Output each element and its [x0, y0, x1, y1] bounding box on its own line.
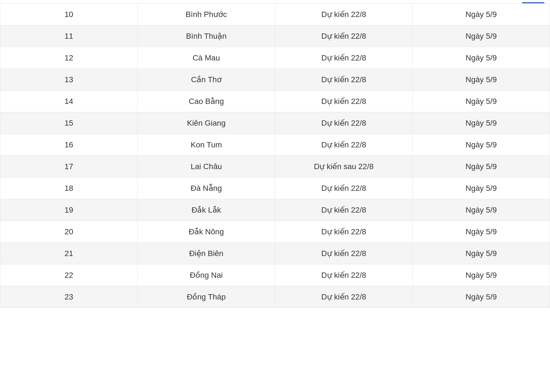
cell-tinh: Đồng Nai [138, 264, 275, 286]
cell-du-kien: Dự kiến 22/8 [275, 243, 413, 264]
cell-stt: 13 [0, 69, 138, 91]
cell-ngay: Ngày 5/9 [413, 221, 550, 243]
cell-ngay: Ngày 5/9 [413, 264, 550, 286]
table-row: 11Bình ThuậnDự kiến 22/8Ngày 5/9 [0, 25, 550, 47]
cell-du-kien: Dự kiến sau 22/8 [275, 156, 413, 177]
cell-du-kien: Dự kiến 22/8 [275, 112, 413, 134]
cell-stt: 10 [0, 4, 138, 25]
cell-tinh: Bình Phước [138, 4, 275, 25]
cell-tinh: Cần Thơ [138, 69, 275, 91]
table-container: 10Bình PhướcDự kiến 22/8Ngày 5/911Bình T… [0, 3, 550, 308]
scroll-indicator [522, 2, 544, 3]
table-row: 23Đồng ThápDự kiến 22/8Ngày 5/9 [0, 286, 550, 308]
cell-ngay: Ngày 5/9 [413, 243, 550, 264]
scroll-indicator-bar [0, 0, 550, 3]
cell-du-kien: Dự kiến 22/8 [275, 134, 413, 156]
table-row: 13Cần ThơDự kiến 22/8Ngày 5/9 [0, 69, 550, 91]
cell-ngay: Ngày 5/9 [413, 4, 550, 25]
cell-ngay: Ngày 5/9 [413, 69, 550, 91]
cell-tinh: Cao Bằng [138, 91, 275, 112]
table-row: 14Cao BằngDự kiến 22/8Ngày 5/9 [0, 91, 550, 112]
cell-ngay: Ngày 5/9 [413, 25, 550, 47]
cell-ngay: Ngày 5/9 [413, 91, 550, 112]
cell-du-kien: Dự kiến 22/8 [275, 69, 413, 91]
table-row: 17Lai ChâuDự kiến sau 22/8Ngày 5/9 [0, 156, 550, 177]
table-row: 18Đà NẵngDự kiến 22/8Ngày 5/9 [0, 177, 550, 199]
cell-du-kien: Dự kiến 22/8 [275, 177, 413, 199]
cell-stt: 11 [0, 25, 138, 47]
cell-tinh: Bình Thuận [138, 25, 275, 47]
cell-stt: 20 [0, 221, 138, 243]
cell-tinh: Lai Châu [138, 156, 275, 177]
cell-tinh: Đồng Tháp [138, 286, 275, 308]
cell-tinh: Đà Nẵng [138, 177, 275, 199]
cell-du-kien: Dự kiến 22/8 [275, 91, 413, 112]
cell-ngay: Ngày 5/9 [413, 199, 550, 221]
cell-stt: 16 [0, 134, 138, 156]
table-row: 21Điện BiênDự kiến 22/8Ngày 5/9 [0, 243, 550, 264]
data-table: 10Bình PhướcDự kiến 22/8Ngày 5/911Bình T… [0, 3, 550, 308]
cell-du-kien: Dự kiến 22/8 [275, 286, 413, 308]
table-row: 16Kon TumDự kiến 22/8Ngày 5/9 [0, 134, 550, 156]
table-row: 20Đắk NôngDự kiến 22/8Ngày 5/9 [0, 221, 550, 243]
cell-tinh: Kiên Giang [138, 112, 275, 134]
cell-stt: 12 [0, 47, 138, 69]
cell-stt: 17 [0, 156, 138, 177]
cell-du-kien: Dự kiến 22/8 [275, 264, 413, 286]
cell-tinh: Đắk Lắk [138, 199, 275, 221]
cell-ngay: Ngày 5/9 [413, 112, 550, 134]
cell-du-kien: Dự kiến 22/8 [275, 47, 413, 69]
table-row: 12Cà MauDự kiến 22/8Ngày 5/9 [0, 47, 550, 69]
cell-stt: 14 [0, 91, 138, 112]
cell-du-kien: Dự kiến 22/8 [275, 221, 413, 243]
cell-stt: 22 [0, 264, 138, 286]
cell-tinh: Kon Tum [138, 134, 275, 156]
cell-ngay: Ngày 5/9 [413, 156, 550, 177]
table-row: 19Đắk LắkDự kiến 22/8Ngày 5/9 [0, 199, 550, 221]
cell-du-kien: Dự kiến 22/8 [275, 25, 413, 47]
cell-tinh: Điện Biên [138, 243, 275, 264]
cell-stt: 15 [0, 112, 138, 134]
cell-ngay: Ngày 5/9 [413, 286, 550, 308]
cell-tinh: Cà Mau [138, 47, 275, 69]
cell-tinh: Đắk Nông [138, 221, 275, 243]
cell-du-kien: Dự kiến 22/8 [275, 4, 413, 25]
cell-ngay: Ngày 5/9 [413, 47, 550, 69]
cell-stt: 21 [0, 243, 138, 264]
cell-stt: 23 [0, 286, 138, 308]
cell-du-kien: Dự kiến 22/8 [275, 199, 413, 221]
table-row: 22Đồng NaiDự kiến 22/8Ngày 5/9 [0, 264, 550, 286]
table-row: 10Bình PhướcDự kiến 22/8Ngày 5/9 [0, 4, 550, 25]
table-row: 15Kiên GiangDự kiến 22/8Ngày 5/9 [0, 112, 550, 134]
cell-stt: 19 [0, 199, 138, 221]
cell-ngay: Ngày 5/9 [413, 134, 550, 156]
cell-stt: 18 [0, 177, 138, 199]
cell-ngay: Ngày 5/9 [413, 177, 550, 199]
